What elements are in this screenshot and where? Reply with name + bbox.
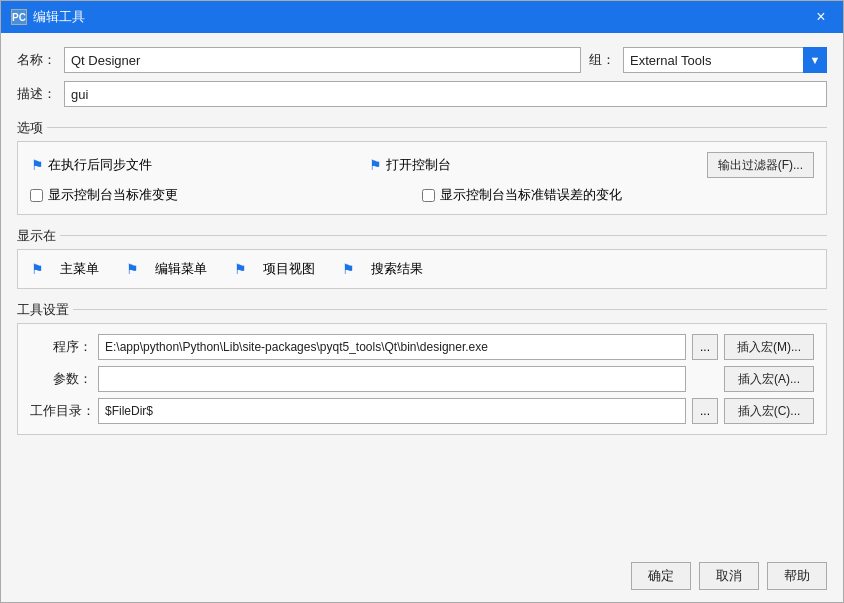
workdir-input[interactable] [98, 398, 686, 424]
sync-icon: ⚑ [30, 158, 44, 172]
close-button[interactable]: × [809, 5, 833, 29]
search-results-label: 搜索结果 [371, 260, 423, 278]
display-section-title: 显示在 [17, 227, 56, 245]
name-group-row: 名称： 组： ▼ [17, 47, 827, 73]
program-label: 程序： [30, 338, 92, 356]
options-row2: 显示控制台当标准变更 显示控制台当标准错误差的变化 [30, 186, 814, 204]
group-input[interactable] [623, 47, 803, 73]
tool-settings-section: 工具设置 程序： ... 插入宏(M)... 参数： 插入宏(A)... [17, 297, 827, 435]
ok-button[interactable]: 确定 [631, 562, 691, 590]
main-menu-label: 主菜单 [60, 260, 99, 278]
group-label: 组： [589, 51, 615, 69]
show-stdout-label: 显示控制台当标准变更 [48, 186, 178, 204]
tool-settings-title: 工具设置 [17, 301, 69, 319]
program-row: 程序： ... 插入宏(M)... [30, 334, 814, 360]
options-section: 选项 ⚑ 在执行后同步文件 ⚑ 打开控制台 输出过滤器(F)... [17, 115, 827, 215]
search-results-icon: ⚑ [341, 262, 355, 276]
sync-option: ⚑ 在执行后同步文件 [30, 156, 368, 174]
open-console-label: 打开控制台 [386, 156, 451, 174]
args-insert-macro-button[interactable]: 插入宏(A)... [724, 366, 814, 392]
group-select-wrapper: ▼ [623, 47, 827, 73]
args-input[interactable] [98, 366, 686, 392]
title-bar: PC 编辑工具 × [1, 1, 843, 33]
workdir-label: 工作目录： [30, 402, 92, 420]
show-stderr-option: 显示控制台当标准错误差的变化 [422, 186, 814, 204]
display-box: ⚑ 主菜单 ⚑ 编辑菜单 ⚑ 项目视图 ⚑ 搜索结果 [17, 249, 827, 289]
options-row1: ⚑ 在执行后同步文件 ⚑ 打开控制台 输出过滤器(F)... [30, 152, 814, 178]
workdir-row: 工作目录： ... 插入宏(C)... [30, 398, 814, 424]
cancel-button[interactable]: 取消 [699, 562, 759, 590]
show-stderr-checkbox[interactable] [422, 189, 435, 202]
output-filter-button[interactable]: 输出过滤器(F)... [707, 152, 814, 178]
args-label: 参数： [30, 370, 92, 388]
project-view-label: 项目视图 [263, 260, 315, 278]
edit-menu-label: 编辑菜单 [155, 260, 207, 278]
show-stdout-option: 显示控制台当标准变更 [30, 186, 422, 204]
display-section: 显示在 ⚑ 主菜单 ⚑ 编辑菜单 ⚑ 项目视图 ⚑ 搜索结果 [17, 223, 827, 289]
sync-label: 在执行后同步文件 [48, 156, 152, 174]
options-section-title: 选项 [17, 119, 43, 137]
desc-label: 描述： [17, 85, 56, 103]
help-button[interactable]: 帮助 [767, 562, 827, 590]
open-console-option: ⚑ 打开控制台 [368, 156, 706, 174]
main-menu-icon: ⚑ [30, 262, 44, 276]
desc-input[interactable] [64, 81, 827, 107]
show-stderr-label: 显示控制台当标准错误差的变化 [440, 186, 622, 204]
app-icon: PC [11, 9, 27, 25]
workdir-insert-macro-button[interactable]: 插入宏(C)... [724, 398, 814, 424]
desc-row: 描述： [17, 81, 827, 107]
name-input[interactable] [64, 47, 581, 73]
args-row: 参数： 插入宏(A)... [30, 366, 814, 392]
program-insert-macro-button[interactable]: 插入宏(M)... [724, 334, 814, 360]
show-stdout-checkbox[interactable] [30, 189, 43, 202]
workdir-ellipsis-button[interactable]: ... [692, 398, 718, 424]
dialog-title: 编辑工具 [33, 8, 809, 26]
project-view-icon: ⚑ [233, 262, 247, 276]
footer: 确定 取消 帮助 [1, 554, 843, 602]
program-input[interactable] [98, 334, 686, 360]
options-box: ⚑ 在执行后同步文件 ⚑ 打开控制台 输出过滤器(F)... 显示控 [17, 141, 827, 215]
dialog: PC 编辑工具 × 名称： 组： ▼ 描述： 选项 [0, 0, 844, 603]
console-icon: ⚑ [368, 158, 382, 172]
name-label: 名称： [17, 51, 56, 69]
program-ellipsis-button[interactable]: ... [692, 334, 718, 360]
tool-settings-box: 程序： ... 插入宏(M)... 参数： 插入宏(A)... 工作目录： ..… [17, 323, 827, 435]
group-dropdown-button[interactable]: ▼ [803, 47, 827, 73]
edit-menu-icon: ⚑ [125, 262, 139, 276]
dialog-content: 名称： 组： ▼ 描述： 选项 ⚑ 在执 [1, 33, 843, 554]
